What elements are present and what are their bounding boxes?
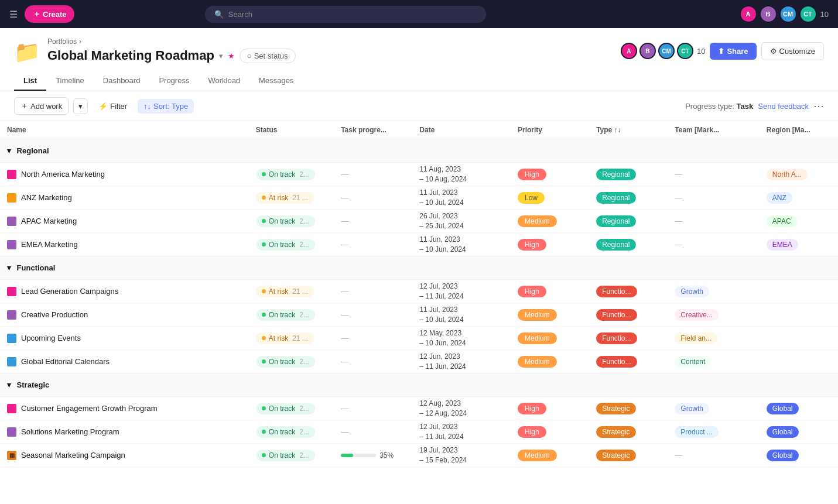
region-badge: Global (767, 426, 799, 438)
create-button[interactable]: ＋ Create (25, 5, 74, 23)
item-name-label: Upcoming Events (21, 334, 81, 342)
search-bar[interactable]: 🔍 Search (205, 6, 486, 23)
table-row[interactable]: Lead Generation Campaigns At risk 21 ...… (0, 280, 838, 303)
send-feedback-link[interactable]: Send feedback (758, 102, 809, 111)
share-button[interactable]: ⬆ Share (710, 43, 756, 60)
table-row[interactable]: Creative Production On track 2... — 11 J… (0, 303, 838, 327)
item-name-cell: Customer Engagement Growth Program (0, 397, 249, 420)
tab-list[interactable]: List (14, 71, 46, 91)
section-toggle[interactable]: ▾ (7, 380, 11, 389)
tab-workload[interactable]: Workload (199, 71, 249, 91)
item-name-label: APAC Marketing (21, 217, 77, 225)
section-label: ▾ Regional (0, 139, 838, 163)
avatar-group: A B CM CT 10 (740, 5, 829, 23)
item-progress-cell: — (334, 186, 412, 210)
item-region-cell: EMEA (760, 233, 838, 256)
show-options-icon[interactable]: ▾ (219, 52, 223, 60)
avatar: A (740, 5, 757, 23)
item-status-cell: On track 2... (249, 210, 334, 233)
sort-icon: ↑↓ (143, 102, 151, 111)
item-team-cell: — (668, 163, 760, 186)
item-team-cell: — (668, 444, 760, 467)
item-name-cell: Upcoming Events (0, 327, 249, 350)
col-header-task-progress: Task progre... (334, 121, 412, 139)
plus-icon: ＋ (33, 9, 40, 19)
avatar: B (760, 5, 777, 23)
item-name-label: Solutions Marketing Program (21, 427, 119, 436)
avatar: CT (677, 43, 693, 59)
hamburger-icon[interactable]: ☰ (9, 9, 18, 20)
tab-timeline[interactable]: Timeline (46, 71, 94, 91)
item-progress-cell: — (334, 350, 412, 373)
region-badge: Global (767, 450, 799, 461)
section-row: ▾ Regional (0, 139, 838, 163)
col-header-date: Date (412, 121, 511, 139)
item-team-cell: Growth (668, 280, 760, 303)
item-region-cell: Global (760, 444, 838, 467)
status-badge: On track 2... (256, 450, 315, 461)
table-row[interactable]: Global Editorial Calendars On track 2...… (0, 350, 838, 373)
item-name-cell: Global Editorial Calendars (0, 350, 249, 373)
progress-type-label: Progress type: Task (685, 102, 753, 111)
item-region-cell: North A... (760, 163, 838, 186)
section-label: ▾ Strategic (0, 373, 838, 397)
table-row[interactable]: Customer Engagement Growth Program On tr… (0, 397, 838, 420)
table-row[interactable]: North America Marketing On track 2... — … (0, 163, 838, 186)
item-status-cell: On track 2... (249, 397, 334, 420)
table-header-row: Name Status Task progre... Date Priority… (0, 121, 838, 139)
filter-button[interactable]: ⚡ Filter (93, 99, 133, 114)
item-priority-cell: High (511, 397, 589, 420)
item-type-cell: Functio... (589, 303, 668, 327)
avatar: CM (658, 43, 675, 59)
item-priority-cell: Medium (511, 327, 589, 350)
item-date-cell: 11 Aug, 2023– 10 Aug, 2024 (412, 163, 511, 186)
status-badge: On track 2... (256, 239, 315, 251)
item-region-cell: Global (760, 397, 838, 420)
table-row[interactable]: ▦ Seasonal Marketing Campaign On track 2… (0, 444, 838, 467)
plus-icon: ＋ (20, 101, 28, 111)
item-progress-cell: — (334, 397, 412, 420)
status-badge: On track 2... (256, 403, 315, 414)
table-row[interactable]: APAC Marketing On track 2... — 26 Jul, 2… (0, 210, 838, 233)
item-icon (7, 193, 16, 203)
table-row[interactable]: Upcoming Events At risk 21 ... — 12 May,… (0, 327, 838, 350)
table-row[interactable]: Solutions Marketing Program On track 2..… (0, 420, 838, 444)
table-row[interactable]: ANZ Marketing At risk 21 ... — 11 Jul, 2… (0, 186, 838, 210)
tab-progress[interactable]: Progress (149, 71, 199, 91)
item-priority-cell: Medium (511, 210, 589, 233)
add-work-button[interactable]: ＋ Add work (14, 97, 69, 115)
avatar: CT (799, 5, 817, 23)
section-toggle[interactable]: ▾ (7, 146, 11, 155)
item-priority-cell: High (511, 233, 589, 256)
tab-dashboard[interactable]: Dashboard (94, 71, 150, 91)
section-row: ▾ Strategic (0, 373, 838, 397)
customize-button[interactable]: ⚙ Customize (761, 42, 824, 60)
page-header: 📁 Portfolios › Global Marketing Roadmap … (0, 28, 838, 91)
more-options-icon[interactable]: ⋯ (813, 100, 824, 112)
sort-button[interactable]: ↑↓ Sort: Type (138, 99, 194, 114)
item-status-cell: At risk 21 ... (249, 280, 334, 303)
item-team-cell: — (668, 210, 760, 233)
table-row[interactable]: EMEA Marketing On track 2... — 11 Jun, 2… (0, 233, 838, 256)
item-team-cell: Growth (668, 397, 760, 420)
col-header-type: Type ↑↓ (589, 121, 668, 139)
item-type-cell: Regional (589, 210, 668, 233)
status-badge: On track 2... (256, 356, 315, 368)
item-progress-cell: 35% (334, 444, 412, 467)
more-options-button[interactable]: ▾ (73, 98, 88, 114)
item-name-label: Global Editorial Calendars (21, 357, 110, 366)
col-header-status: Status (249, 121, 334, 139)
tab-messages[interactable]: Messages (249, 71, 303, 91)
status-dot (262, 172, 266, 176)
star-icon[interactable]: ★ (228, 52, 235, 60)
status-badge: On track 2... (256, 169, 315, 180)
item-name-cell: North America Marketing (0, 163, 249, 186)
type-badge: Regional (596, 239, 635, 251)
item-priority-cell: High (511, 163, 589, 186)
item-name-cell: Solutions Marketing Program (0, 420, 249, 444)
item-date-cell: 12 Jul, 2023– 11 Jul, 2024 (412, 420, 511, 444)
section-toggle[interactable]: ▾ (7, 263, 11, 272)
set-status-button[interactable]: ○ Set status (240, 49, 296, 63)
region-badge: North A... (767, 169, 808, 180)
item-name-cell: Creative Production (0, 303, 249, 327)
